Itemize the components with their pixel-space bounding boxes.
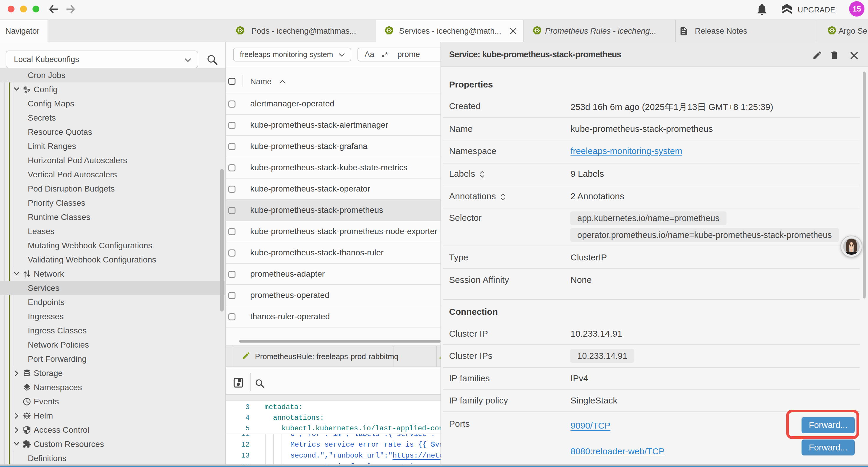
- svg-text:HELM: HELM: [24, 415, 30, 417]
- svg-text:*: *: [385, 51, 388, 59]
